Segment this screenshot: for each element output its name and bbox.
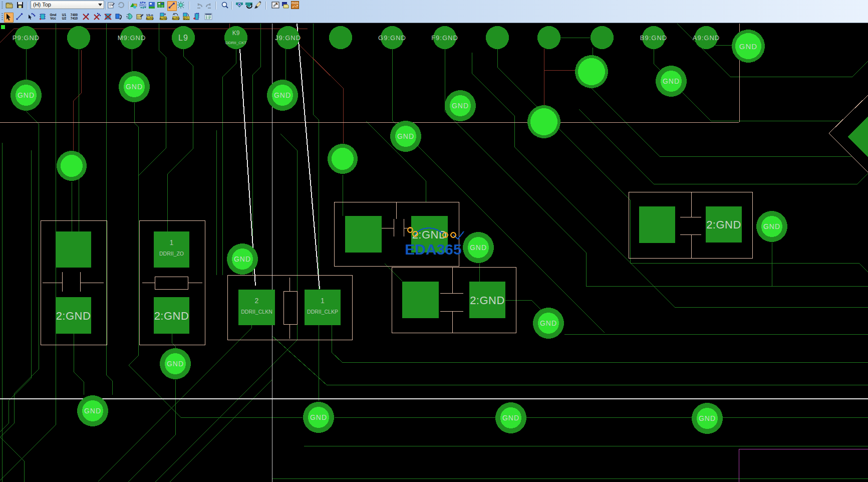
svg-text:GND: GND xyxy=(84,407,101,415)
svg-text:7400: 7400 xyxy=(71,13,78,17)
svg-text:GND: GND xyxy=(452,102,469,110)
svg-text:2:GND: 2:GND xyxy=(706,218,741,231)
svg-text:PADS: PADS xyxy=(292,2,299,5)
svg-text:DDRII_CKT: DDRII_CKT xyxy=(225,41,246,45)
svg-text:AUTO: AUTO xyxy=(146,17,154,20)
svg-text:L9: L9 xyxy=(178,34,188,42)
svg-text:B9:GND: B9:GND xyxy=(640,34,667,42)
svg-text:GND: GND xyxy=(234,255,251,263)
svg-text:1: 1 xyxy=(170,238,174,247)
svg-text:G9:GND: G9:GND xyxy=(378,34,406,42)
svg-text:GND: GND xyxy=(502,414,519,422)
svg-text:GND: GND xyxy=(397,132,414,140)
svg-text:U2: U2 xyxy=(62,17,67,20)
svg-text:GND: GND xyxy=(763,222,780,230)
svg-text:DDRII_CLKN: DDRII_CLKN xyxy=(241,309,272,315)
svg-text:GND: GND xyxy=(699,414,716,422)
svg-text:M9:GND: M9:GND xyxy=(118,34,146,42)
svg-text:GND: GND xyxy=(126,83,143,91)
svg-text:DDRII_CLKP: DDRII_CLKP xyxy=(307,309,338,315)
svg-text:GND: GND xyxy=(470,244,487,252)
svg-text:GND: GND xyxy=(18,91,35,99)
svg-text:2: 2 xyxy=(255,297,259,305)
svg-text:EDA365: EDA365 xyxy=(405,241,461,258)
svg-text:P9:GND: P9:GND xyxy=(13,34,40,42)
svg-text:1: 1 xyxy=(321,297,325,305)
svg-text:2:GND: 2:GND xyxy=(56,310,91,322)
svg-text:GND: GND xyxy=(167,360,184,368)
svg-text:AUTO: AUTO xyxy=(172,17,180,20)
svg-text:GND: GND xyxy=(663,77,680,85)
svg-text:Gnd: Gnd xyxy=(50,13,57,17)
svg-text:GND: GND xyxy=(274,91,291,99)
svg-text:GND: GND xyxy=(540,319,557,327)
svg-text:K9: K9 xyxy=(232,30,240,37)
svg-text:7410: 7410 xyxy=(71,17,78,20)
svg-text:DDRII_ZO: DDRII_ZO xyxy=(159,251,184,257)
svg-text:ECL: ECL xyxy=(184,17,190,20)
svg-text:AUTO: AUTO xyxy=(159,17,167,20)
svg-text:GND: GND xyxy=(739,42,757,51)
svg-text:J9:GND: J9:GND xyxy=(275,34,301,42)
svg-text:U1-n: U1-n xyxy=(146,14,153,17)
svg-text:2:GND: 2:GND xyxy=(470,294,505,307)
svg-text:GND: GND xyxy=(310,413,327,421)
svg-text:A9:GND: A9:GND xyxy=(693,34,720,42)
svg-text:2:GND: 2:GND xyxy=(154,310,189,322)
svg-text:U1: U1 xyxy=(62,13,67,17)
svg-text:Vcc: Vcc xyxy=(50,17,56,20)
svg-text:F9:GND: F9:GND xyxy=(431,34,458,42)
